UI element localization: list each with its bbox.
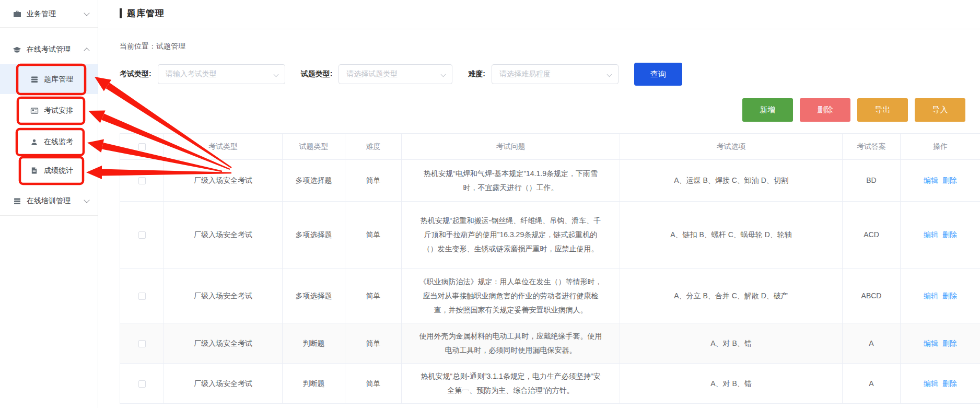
cell-difficulty: 简单 xyxy=(345,160,402,202)
edit-link[interactable]: 编辑 xyxy=(924,230,938,239)
chevron-down-icon xyxy=(607,72,612,77)
cell-exam-type: 厂级入场安全考试 xyxy=(164,364,283,404)
filter-bar: 考试类型: 请输入考试类型 试题类型: 请选择试题类型 难度: 请选择难易程度 … xyxy=(120,63,682,86)
cell-question: 热机安规“电焊和气焊-基本规定”14.1.9条规定，下雨雪时，不宜露天进行（）工… xyxy=(402,160,620,202)
edit-link[interactable]: 编辑 xyxy=(924,339,938,347)
header-question: 考试问题 xyxy=(402,134,620,160)
sidebar-item-label: 题库管理 xyxy=(44,75,73,84)
delete-link[interactable]: 删除 xyxy=(942,379,957,388)
sidebar-item-online-proctor[interactable]: 在线监考 xyxy=(0,129,98,155)
question-table: 考试类型 试题类型 难度 考试问题 考试选项 考试答案 操作 厂级入场安全考试 … xyxy=(120,133,980,404)
cell-answer: BD xyxy=(843,160,901,202)
list-stack-icon xyxy=(13,197,21,206)
sidebar-item-question-bank[interactable]: 题库管理 xyxy=(0,64,98,94)
table-row: 厂级入场安全考试 多项选择题 简单 《职业病防治法》规定：用人单位在发生（）等情… xyxy=(120,269,980,323)
sidebar-item-label: 在线培训管理 xyxy=(27,196,71,206)
difficulty-placeholder: 请选择难易程度 xyxy=(499,69,551,79)
edit-link[interactable]: 编辑 xyxy=(924,292,938,300)
cell-difficulty: 简单 xyxy=(345,323,402,364)
row-checkbox[interactable] xyxy=(138,231,146,239)
header-checkbox-cell xyxy=(120,134,164,160)
user-icon xyxy=(30,138,39,147)
question-type-placeholder: 请选择试题类型 xyxy=(346,69,398,79)
title-accent-bar xyxy=(120,8,122,18)
exam-type-label: 考试类型: xyxy=(120,69,151,79)
breadcrumb: 当前位置：试题管理 xyxy=(120,42,185,51)
search-button[interactable]: 查询 xyxy=(634,63,682,86)
sidebar-item-online-training-management[interactable]: 在线培训管理 xyxy=(0,188,98,214)
question-type-label: 试题类型: xyxy=(301,69,333,79)
difficulty-label: 难度: xyxy=(468,69,485,79)
cell-difficulty: 简单 xyxy=(345,269,402,323)
chevron-up-icon xyxy=(84,48,89,53)
header-operation: 操作 xyxy=(901,134,980,160)
cell-answer: A xyxy=(843,323,901,364)
sidebar-item-label: 在线考试管理 xyxy=(27,45,71,54)
graduation-cap-icon xyxy=(13,45,21,54)
sidebar-divider xyxy=(0,27,98,28)
cell-question-type: 判断题 xyxy=(283,323,345,364)
table-actions: 新增 删除 导出 导入 xyxy=(742,98,965,122)
cell-options: A、对 B、错 xyxy=(620,364,843,404)
sidebar-item-exam-schedule[interactable]: 考试安排 xyxy=(0,98,98,124)
header-options: 考试选项 xyxy=(620,134,843,160)
cell-exam-type: 厂级入场安全考试 xyxy=(164,202,283,269)
delete-link[interactable]: 删除 xyxy=(942,176,957,184)
header-question-type: 试题类型 xyxy=(283,134,345,160)
delete-link[interactable]: 删除 xyxy=(942,292,957,300)
difficulty-select[interactable]: 请选择难易程度 xyxy=(492,64,619,84)
sidebar-item-label: 考试安排 xyxy=(44,106,73,115)
list-stack-icon xyxy=(30,75,39,84)
sidebar-item-label: 业务管理 xyxy=(27,9,56,19)
cell-exam-type: 厂级入场安全考试 xyxy=(164,160,283,202)
row-checkbox[interactable] xyxy=(138,293,146,300)
cell-question: 使用外壳为金属材料的电动工具时，应戴绝缘手套。使用电动工具时，必须同时使用漏电保… xyxy=(402,323,620,364)
sidebar-item-business-management[interactable]: 业务管理 xyxy=(0,1,98,27)
delete-link[interactable]: 删除 xyxy=(942,230,957,239)
id-card-icon xyxy=(30,107,39,115)
cell-question: 《职业病防治法》规定：用人单位在发生（）等情形时，应当对从事接触职业病危害的作业… xyxy=(402,269,620,323)
export-button[interactable]: 导出 xyxy=(857,98,908,122)
table-row: 厂级入场安全考试 判断题 简单 热机安规“总则-通则”3.1.1条规定，电力生产… xyxy=(120,364,980,404)
row-checkbox[interactable] xyxy=(138,380,146,388)
page-title: 题库管理 xyxy=(120,7,165,19)
chevron-down-icon xyxy=(84,197,89,203)
sidebar-item-label: 成绩统计 xyxy=(44,166,73,176)
header-difficulty: 难度 xyxy=(345,134,402,160)
cell-question-type: 多项选择题 xyxy=(283,202,345,269)
exam-type-select[interactable]: 请输入考试类型 xyxy=(158,64,285,84)
table-row: 厂级入场安全考试 多项选择题 简单 热机安规“电焊和气焊-基本规定”14.1.9… xyxy=(120,160,980,202)
sidebar-divider xyxy=(0,215,98,216)
cell-question: 热机安规“总则-通则”3.1.1条规定，电力生产必须坚持“安全第一、预防为主、综… xyxy=(402,364,620,404)
cell-exam-type: 厂级入场安全考试 xyxy=(164,269,283,323)
question-type-select[interactable]: 请选择试题类型 xyxy=(339,64,452,84)
add-button[interactable]: 新增 xyxy=(742,98,793,122)
cell-answer: ACD xyxy=(843,202,901,269)
edit-link[interactable]: 编辑 xyxy=(924,176,938,184)
delete-button[interactable]: 删除 xyxy=(800,98,850,122)
delete-link[interactable]: 删除 xyxy=(942,339,957,347)
cell-question: 热机安规“起重和搬运-钢丝绳、纤维绳、吊钩、滑车、千斤顶和手拉葫芦的使用”16.… xyxy=(402,202,620,269)
table-header-row: 考试类型 试题类型 难度 考试问题 考试选项 考试答案 操作 xyxy=(120,134,980,160)
main-content: 题库管理 当前位置：试题管理 考试类型: 请输入考试类型 试题类型: 请选择试题… xyxy=(98,0,980,408)
cell-question-type: 多项选择题 xyxy=(283,269,345,323)
cell-exam-type: 厂级入场安全考试 xyxy=(164,323,283,364)
exam-type-placeholder: 请输入考试类型 xyxy=(166,69,217,79)
select-all-checkbox[interactable] xyxy=(138,143,146,150)
edit-link[interactable]: 编辑 xyxy=(924,379,938,388)
cell-difficulty: 简单 xyxy=(345,202,402,269)
sidebar-item-online-exam-management[interactable]: 在线考试管理 xyxy=(0,37,98,63)
cell-difficulty: 简单 xyxy=(345,364,402,404)
import-button[interactable]: 导入 xyxy=(915,98,965,122)
cell-question-type: 多项选择题 xyxy=(283,160,345,202)
cell-options: A、运煤 B、焊接 C、卸油 D、切割 xyxy=(620,160,843,202)
table-row: 厂级入场安全考试 判断题 简单 使用外壳为金属材料的电动工具时，应戴绝缘手套。使… xyxy=(120,323,980,364)
sidebar-item-score-statistics[interactable]: 成绩统计 xyxy=(0,157,98,184)
briefcase-icon xyxy=(13,10,21,19)
sidebar: 业务管理 在线考试管理 题库管理 考试安排 在线监考 成绩统计 xyxy=(0,0,98,408)
row-checkbox[interactable] xyxy=(138,340,146,347)
chevron-down-icon xyxy=(441,72,446,77)
row-checkbox[interactable] xyxy=(138,177,146,184)
document-icon xyxy=(30,166,39,175)
chevron-down-icon xyxy=(273,72,278,77)
